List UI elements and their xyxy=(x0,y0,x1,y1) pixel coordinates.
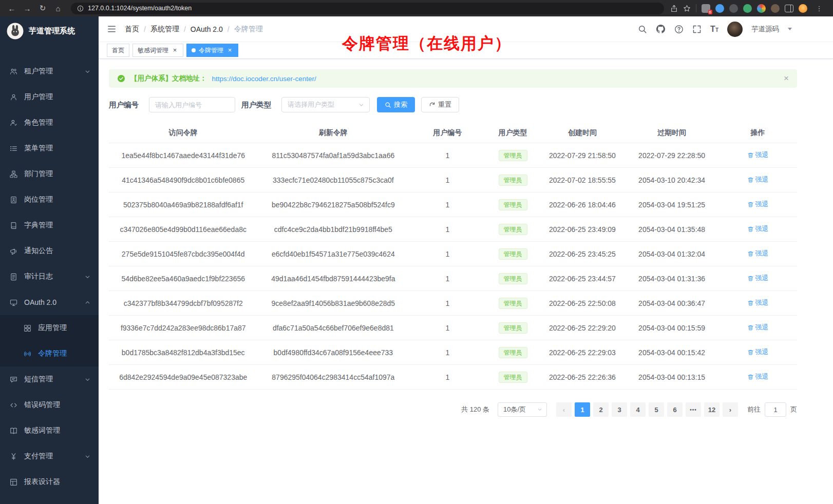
tab-split-icon[interactable] xyxy=(785,5,793,12)
tab-close-icon[interactable]: × xyxy=(172,47,178,53)
extensions-puzzle-icon[interactable] xyxy=(757,4,766,13)
reset-button[interactable]: 重置 xyxy=(421,97,459,112)
force-logout-button[interactable]: 强退 xyxy=(747,200,769,209)
cell-user-type: 管理员 xyxy=(486,372,540,383)
username[interactable]: 芋道源码 xyxy=(751,25,779,34)
page-button-6[interactable]: 6 xyxy=(667,402,683,417)
share-icon[interactable] xyxy=(670,5,678,12)
sidebar-item-支付管理[interactable]: 支付管理 xyxy=(0,443,99,469)
extension-icon[interactable] xyxy=(743,4,752,13)
force-logout-button[interactable]: 强退 xyxy=(747,323,769,332)
cell-user-id: 1 xyxy=(409,176,486,184)
tab-首页[interactable]: 首页 xyxy=(107,44,129,57)
home-icon[interactable]: ⌂ xyxy=(51,2,65,14)
cell-actions: 强退 xyxy=(718,298,797,308)
sidebar-item-菜单管理[interactable]: 菜单管理 xyxy=(0,135,99,161)
sidebar-item-label: 报表设计器 xyxy=(24,477,60,487)
delete-icon xyxy=(747,374,754,380)
sidebar-item-角色管理[interactable]: 角色管理 xyxy=(0,110,99,135)
force-logout-button[interactable]: 强退 xyxy=(747,150,769,160)
app-logo[interactable]: 芋道管理系统 xyxy=(0,16,99,45)
cell-access-token: 41c41346a548490f9dc8b01c6bfe0865 xyxy=(109,176,257,184)
extension-icon[interactable] xyxy=(771,4,780,13)
search-button[interactable]: 搜索 xyxy=(377,97,415,112)
sidebar-item-OAuth 2.0[interactable]: OAuth 2.0 xyxy=(0,289,99,315)
sidebar-item-通知公告[interactable]: 通知公告 xyxy=(0,238,99,264)
user-menu-caret-icon[interactable] xyxy=(788,28,792,30)
bookmark-star-icon[interactable] xyxy=(683,5,691,12)
cell-expire-time: 2022-07-29 22:28:50 xyxy=(625,151,718,160)
page-button-3[interactable]: 3 xyxy=(612,402,627,417)
sidebar-item-错误码管理[interactable]: 错误码管理 xyxy=(0,392,99,418)
force-logout-button[interactable]: 强退 xyxy=(747,249,769,258)
fullscreen-icon[interactable] xyxy=(692,25,702,34)
sidebar-item-用户管理[interactable]: 用户管理 xyxy=(0,84,99,110)
doc-link[interactable]: https://doc.iocoder.cn/user-center/ xyxy=(212,75,316,83)
force-logout-button[interactable]: 强退 xyxy=(747,298,769,307)
sidebar-item-报表设计器[interactable]: 报表设计器 xyxy=(0,469,99,495)
force-logout-button[interactable]: 强退 xyxy=(747,224,769,234)
forward-icon[interactable]: → xyxy=(21,2,34,14)
profile-avatar-icon[interactable] xyxy=(799,4,807,13)
pager-more-button[interactable]: ••• xyxy=(686,402,701,417)
sidebar-item-岗位管理[interactable]: 岗位管理 xyxy=(0,187,99,212)
cell-actions: 强退 xyxy=(718,372,797,382)
force-logout-button[interactable]: 强退 xyxy=(747,347,769,357)
sidebar-item-label: 用户管理 xyxy=(24,92,53,102)
sidebar-item-敏感词管理[interactable]: 敏感词管理 xyxy=(0,418,99,443)
delete-icon xyxy=(747,250,754,257)
sidebar-item-租户管理[interactable]: 租户管理 xyxy=(0,59,99,84)
sidebar-item-应用管理[interactable]: 应用管理 xyxy=(0,315,99,341)
cell-created-time: 2022-07-02 18:55:55 xyxy=(540,176,625,184)
extension-icon[interactable] xyxy=(715,4,724,13)
sidebar-item-令牌管理[interactable]: 令牌管理 xyxy=(0,341,99,366)
alert-close-icon[interactable]: × xyxy=(784,73,789,84)
page-size-select[interactable]: 10条/页 xyxy=(498,402,547,417)
back-icon[interactable]: ← xyxy=(5,2,18,14)
prev-page-button[interactable]: ‹ xyxy=(556,402,572,417)
page-button-12[interactable]: 12 xyxy=(704,402,720,417)
breadcrumb-separator: / xyxy=(184,25,186,33)
delete-icon xyxy=(747,324,754,331)
breadcrumb-item-首页[interactable]: 首页 xyxy=(125,25,139,34)
browser-menu-icon[interactable]: ⋮ xyxy=(812,2,826,14)
info-icon[interactable] xyxy=(77,5,84,12)
tab-close-icon[interactable]: × xyxy=(226,47,233,53)
search-icon[interactable] xyxy=(638,25,647,34)
chevron-down-icon xyxy=(84,68,91,75)
page-button-2[interactable]: 2 xyxy=(593,402,609,417)
cell-expire-time: 2054-03-04 00:13:15 xyxy=(625,373,718,381)
address-bar[interactable]: 127.0.0.1:1024/system/oauth2/token xyxy=(71,3,664,14)
help-icon[interactable] xyxy=(674,25,684,34)
force-logout-button[interactable]: 强退 xyxy=(747,175,769,184)
breadcrumb-item-系统管理[interactable]: 系统管理 xyxy=(150,25,179,34)
page-button-4[interactable]: 4 xyxy=(630,402,646,417)
next-page-button[interactable]: › xyxy=(723,402,738,417)
font-size-icon[interactable]: TT xyxy=(710,25,718,33)
sidebar-item-label: 审计日志 xyxy=(24,272,53,281)
user-avatar[interactable] xyxy=(727,22,743,37)
sidebar-toggle-icon[interactable] xyxy=(107,24,117,34)
user-type-select[interactable]: 请选择用户类型 xyxy=(281,97,370,112)
tab-敏感词管理[interactable]: 敏感词管理× xyxy=(132,44,183,57)
tab-令牌管理[interactable]: 令牌管理× xyxy=(186,44,238,57)
breadcrumb-item-OAuth 2.0[interactable]: OAuth 2.0 xyxy=(191,25,223,33)
reload-icon[interactable]: ↻ xyxy=(36,2,49,14)
extension-icon[interactable] xyxy=(729,4,738,13)
page-button-1[interactable]: 1 xyxy=(575,402,590,417)
force-logout-button[interactable]: 强退 xyxy=(747,372,769,381)
sidebar: 芋道管理系统 租户管理用户管理角色管理菜单管理部门管理岗位管理字典管理通知公告审… xyxy=(0,16,99,504)
sidebar-item-字典管理[interactable]: 字典管理 xyxy=(0,212,99,238)
page-button-5[interactable]: 5 xyxy=(649,402,664,417)
force-logout-button[interactable]: 强退 xyxy=(747,274,769,283)
sidebar-item-短信管理[interactable]: 短信管理 xyxy=(0,366,99,392)
extension-icon[interactable]: 6 xyxy=(702,4,710,13)
user-id-input[interactable] xyxy=(149,97,235,112)
delete-icon xyxy=(747,275,754,282)
goto-page-input[interactable] xyxy=(765,402,786,417)
sidebar-item-审计日志[interactable]: 审计日志 xyxy=(0,264,99,289)
sidebar-item-部门管理[interactable]: 部门管理 xyxy=(0,161,99,187)
sidebar-item-label: 部门管理 xyxy=(24,169,53,179)
github-icon[interactable] xyxy=(656,24,666,34)
column-header-创建时间: 创建时间 xyxy=(540,128,625,138)
